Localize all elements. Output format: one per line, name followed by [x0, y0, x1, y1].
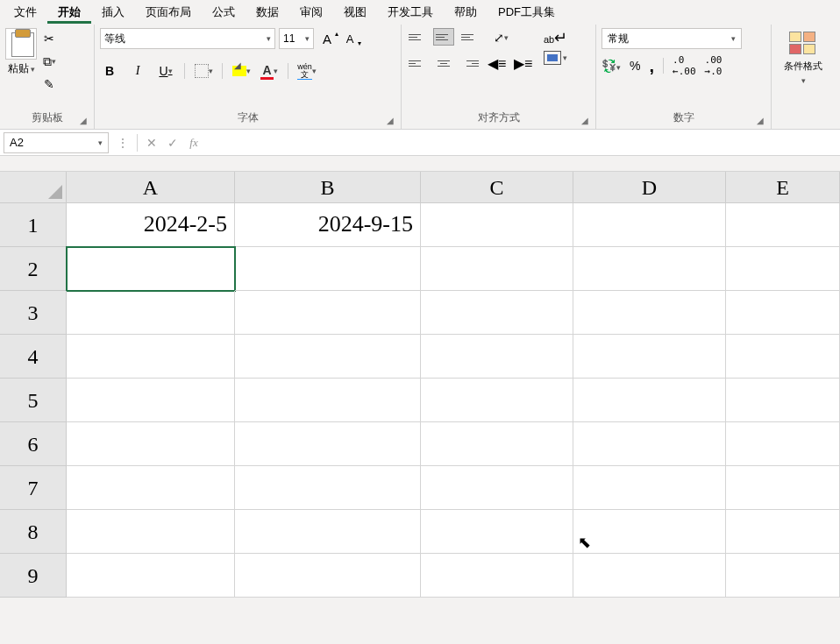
formula-enter-button[interactable]: ✓	[162, 132, 183, 153]
cell-E9[interactable]	[726, 554, 840, 598]
cell-D2[interactable]	[573, 247, 726, 291]
menu-home[interactable]: 开始	[47, 1, 91, 24]
alignment-launcher-icon[interactable]: ◢	[581, 116, 588, 125]
cell-B1[interactable]: 2024-9-15	[235, 203, 421, 247]
cell-C3[interactable]	[421, 291, 573, 335]
menu-formulas[interactable]: 公式	[202, 1, 246, 24]
cell-D5[interactable]	[573, 379, 726, 422]
align-bottom-button[interactable]	[459, 28, 481, 46]
cell-A1[interactable]: 2024-2-5	[67, 203, 235, 247]
menu-page-layout[interactable]: 页面布局	[135, 1, 202, 24]
cut-button[interactable]: ✂	[40, 30, 58, 47]
row-header-8[interactable]: 8	[0, 510, 67, 554]
cell-C9[interactable]	[421, 554, 573, 598]
cell-C7[interactable]	[421, 466, 573, 510]
paste-button[interactable]: 粘贴▾	[8, 61, 35, 76]
cell-B3[interactable]	[235, 291, 421, 335]
menu-file[interactable]: 文件	[4, 1, 47, 24]
row-header-5[interactable]: 5	[0, 379, 67, 422]
align-top-button[interactable]	[407, 28, 428, 46]
indent-decrease-button[interactable]: ◀≡	[486, 54, 507, 72]
cell-A8[interactable]	[67, 510, 235, 554]
column-header-E[interactable]: E	[726, 172, 840, 203]
cell-D8[interactable]	[573, 510, 726, 554]
cell-B2[interactable]	[235, 247, 421, 291]
cell-B8[interactable]	[235, 510, 421, 554]
align-middle-button[interactable]	[433, 28, 454, 46]
cell-E2[interactable]	[726, 247, 840, 291]
column-header-A[interactable]: A	[67, 172, 235, 203]
cell-B6[interactable]	[235, 422, 421, 466]
merge-cells-button[interactable]: ▾	[544, 51, 567, 65]
row-header-3[interactable]: 3	[0, 291, 67, 335]
indent-increase-button[interactable]: ▶≡	[512, 54, 533, 72]
cell-D3[interactable]	[573, 291, 726, 335]
cell-A6[interactable]	[67, 422, 235, 466]
cell-B4[interactable]	[235, 335, 421, 379]
menu-insert[interactable]: 插入	[91, 1, 135, 24]
cell-A4[interactable]	[67, 335, 235, 379]
cell-E6[interactable]	[726, 422, 840, 466]
font-name-combo[interactable]: 等线▾	[100, 28, 275, 49]
menu-review[interactable]: 审阅	[289, 1, 333, 24]
cell-A7[interactable]	[67, 466, 235, 510]
underline-button[interactable]: U▾	[156, 61, 175, 81]
row-header-7[interactable]: 7	[0, 466, 67, 510]
cell-D9[interactable]	[573, 554, 726, 598]
accounting-format-button[interactable]: 💱▾	[602, 59, 621, 73]
font-size-combo[interactable]: 11▾	[279, 28, 314, 49]
cell-B9[interactable]	[235, 554, 421, 598]
border-button[interactable]: ▾	[194, 61, 213, 81]
align-center-button[interactable]	[433, 54, 454, 72]
cell-E5[interactable]	[726, 379, 840, 422]
column-header-C[interactable]: C	[421, 172, 573, 203]
cell-E7[interactable]	[726, 466, 840, 510]
cell-B7[interactable]	[235, 466, 421, 510]
format-painter-button[interactable]: ✎	[40, 75, 58, 93]
increase-decimal-button[interactable]: .0←.00	[673, 54, 696, 77]
font-grow-button[interactable]: A	[317, 32, 337, 46]
cell-C2[interactable]	[421, 247, 573, 291]
percent-format-button[interactable]: %	[630, 59, 640, 73]
comma-format-button[interactable]: ,	[649, 56, 654, 76]
conditional-format-button[interactable]: 条件格式 ▾	[777, 28, 829, 88]
formula-cancel-button[interactable]: ✕	[141, 132, 162, 153]
column-header-D[interactable]: D	[573, 172, 726, 203]
clipboard-launcher-icon[interactable]: ◢	[80, 116, 87, 125]
column-header-B[interactable]: B	[235, 172, 421, 203]
menu-developer[interactable]: 开发工具	[377, 1, 444, 24]
fill-color-button[interactable]: ▾	[231, 61, 251, 81]
font-color-button[interactable]: A▾	[260, 61, 279, 81]
cell-D4[interactable]	[573, 335, 726, 379]
cell-D1[interactable]	[573, 203, 726, 247]
orientation-button[interactable]: ⤢▾	[491, 28, 510, 47]
cell-D7[interactable]	[573, 466, 726, 510]
font-launcher-icon[interactable]: ◢	[387, 116, 394, 125]
align-right-button[interactable]	[459, 54, 481, 72]
cell-A2[interactable]	[67, 247, 235, 291]
cell-C5[interactable]	[421, 379, 573, 422]
cell-C6[interactable]	[421, 422, 573, 466]
cell-C4[interactable]	[421, 335, 573, 379]
copy-button[interactable]: ⧉▾	[40, 53, 58, 70]
name-box[interactable]: A2▾	[4, 132, 109, 153]
menu-data[interactable]: 数据	[246, 1, 289, 24]
menu-view[interactable]: 视图	[333, 1, 377, 24]
formula-input[interactable]	[204, 132, 840, 153]
row-header-9[interactable]: 9	[0, 554, 67, 598]
row-header-4[interactable]: 4	[0, 335, 67, 379]
bold-button[interactable]: B	[100, 61, 119, 81]
cell-E4[interactable]	[726, 335, 840, 379]
row-header-2[interactable]: 2	[0, 247, 67, 291]
cell-C1[interactable]	[421, 203, 573, 247]
cell-E8[interactable]	[726, 510, 840, 554]
row-header-6[interactable]: 6	[0, 422, 67, 466]
number-format-combo[interactable]: 常规▾	[602, 28, 742, 49]
menu-pdf-tools[interactable]: PDF工具集	[488, 1, 566, 24]
cell-A5[interactable]	[67, 379, 235, 422]
menu-help[interactable]: 帮助	[444, 1, 488, 24]
cell-C8[interactable]	[421, 510, 573, 554]
cell-D6[interactable]	[573, 422, 726, 466]
insert-function-button[interactable]: fx	[183, 132, 204, 153]
decrease-decimal-button[interactable]: .00→.0	[705, 54, 723, 77]
